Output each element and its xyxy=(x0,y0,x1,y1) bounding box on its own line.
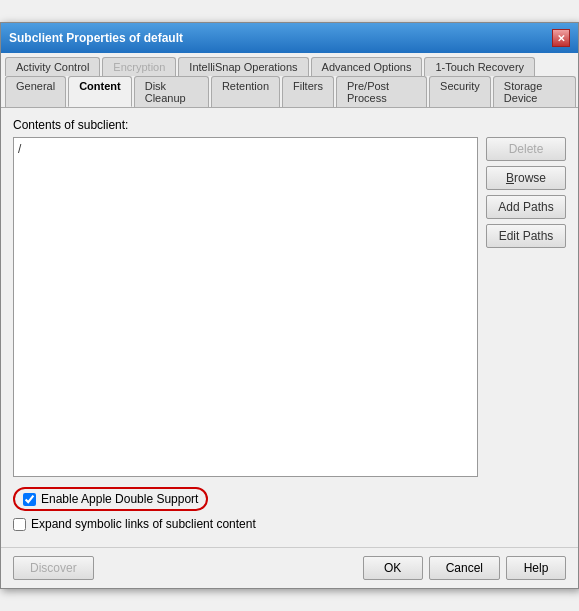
content-area: Contents of subclient: / Delete Browse A… xyxy=(1,108,578,547)
section-label: Contents of subclient: xyxy=(13,118,566,132)
edit-paths-button[interactable]: Edit Paths xyxy=(486,224,566,248)
tab-activity-control[interactable]: Activity Control xyxy=(5,57,100,76)
tab-disk-cleanup[interactable]: Disk Cleanup xyxy=(134,76,209,107)
tab-general[interactable]: General xyxy=(5,76,66,107)
main-panel: / Delete Browse Add Paths Edit Paths xyxy=(13,137,566,477)
tab-pre-post-process[interactable]: Pre/Post Process xyxy=(336,76,427,107)
help-button[interactable]: Help xyxy=(506,556,566,580)
tab-row-1: Activity Control Encryption IntelliSnap … xyxy=(1,53,578,76)
tab-content[interactable]: Content xyxy=(68,76,132,107)
content-value: / xyxy=(18,142,21,156)
tab-1touch-recovery[interactable]: 1-Touch Recovery xyxy=(424,57,535,76)
main-window: Subclient Properties of default ✕ Activi… xyxy=(0,22,579,589)
tab-security[interactable]: Security xyxy=(429,76,491,107)
discover-button[interactable]: Discover xyxy=(13,556,94,580)
add-paths-button[interactable]: Add Paths xyxy=(486,195,566,219)
window-title: Subclient Properties of default xyxy=(9,31,183,45)
symlinks-label: Expand symbolic links of subclient conte… xyxy=(31,517,256,531)
tab-filters[interactable]: Filters xyxy=(282,76,334,107)
bottom-right-buttons: OK Cancel Help xyxy=(363,556,566,580)
apple-double-checkbox[interactable] xyxy=(23,493,36,506)
symlinks-row: Expand symbolic links of subclient conte… xyxy=(13,517,566,531)
title-bar-buttons: ✕ xyxy=(552,29,570,47)
bottom-section: Enable Apple Double Support Expand symbo… xyxy=(13,487,566,531)
tab-retention[interactable]: Retention xyxy=(211,76,280,107)
button-panel: Delete Browse Add Paths Edit Paths xyxy=(486,137,566,477)
bottom-buttons-bar: Discover OK Cancel Help xyxy=(1,547,578,588)
cancel-button[interactable]: Cancel xyxy=(429,556,500,580)
apple-double-highlight: Enable Apple Double Support xyxy=(13,487,208,511)
tab-encryption[interactable]: Encryption xyxy=(102,57,176,76)
title-bar: Subclient Properties of default ✕ xyxy=(1,23,578,53)
tab-row-2: General Content Disk Cleanup Retention F… xyxy=(1,76,578,108)
tab-advanced-options[interactable]: Advanced Options xyxy=(311,57,423,76)
delete-button[interactable]: Delete xyxy=(486,137,566,161)
browse-button[interactable]: Browse xyxy=(486,166,566,190)
tab-intellisnap[interactable]: IntelliSnap Operations xyxy=(178,57,308,76)
ok-button[interactable]: OK xyxy=(363,556,423,580)
close-button[interactable]: ✕ xyxy=(552,29,570,47)
symlinks-checkbox[interactable] xyxy=(13,518,26,531)
apple-double-label: Enable Apple Double Support xyxy=(41,492,198,506)
apple-double-row: Enable Apple Double Support xyxy=(13,487,566,511)
tab-storage-device[interactable]: Storage Device xyxy=(493,76,576,107)
content-box[interactable]: / xyxy=(13,137,478,477)
